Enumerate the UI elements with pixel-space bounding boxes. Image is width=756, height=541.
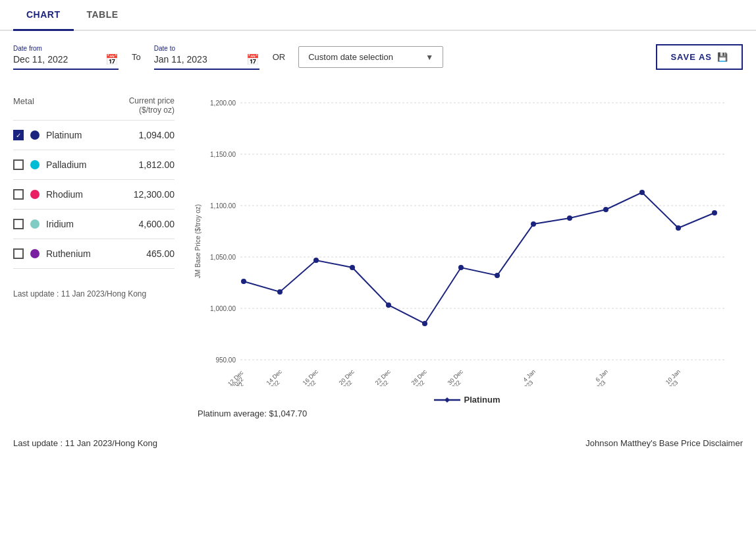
calendar-to-icon[interactable]: 📅 bbox=[246, 53, 259, 66]
dot-13 bbox=[712, 210, 717, 215]
dot-9 bbox=[567, 215, 572, 221]
rhodium-name: Rhodium bbox=[46, 189, 122, 200]
col-price-header: Current price($/troy oz) bbox=[129, 96, 175, 115]
dot-8 bbox=[531, 221, 536, 227]
ruthenium-price: 465.00 bbox=[128, 248, 175, 259]
metal-row-iridium: Iridium 4,600.00 bbox=[13, 210, 175, 239]
disclaimer-text: Johnson Matthey's Base Price Disclaimer bbox=[585, 438, 743, 448]
metal-row-platinum: Platinum 1,094.00 bbox=[13, 121, 175, 150]
or-separator: OR bbox=[270, 52, 288, 62]
main-content: Metal Current price($/troy oz) Platinum … bbox=[0, 76, 756, 432]
dot-11 bbox=[639, 190, 645, 195]
date-from-field: Date from Dec 11, 2022 📅 bbox=[13, 45, 119, 70]
tab-table[interactable]: TABLE bbox=[74, 0, 132, 31]
save-as-label: SAVE AS bbox=[670, 52, 712, 62]
dropdown-arrow-icon: ▼ bbox=[425, 53, 433, 62]
price-chart: JM Base Price ($/troy oz) 1,200.00 1,150… bbox=[191, 90, 731, 386]
footer: Last update : 11 Jan 2023/Hong Kong John… bbox=[0, 432, 756, 455]
date-from-label: Date from bbox=[13, 45, 119, 52]
palladium-dot bbox=[30, 160, 40, 169]
platinum-line bbox=[244, 192, 715, 324]
dot-5 bbox=[422, 321, 427, 326]
to-separator: To bbox=[129, 52, 144, 62]
dot-3 bbox=[350, 265, 355, 270]
save-icon: 💾 bbox=[717, 52, 728, 62]
dot-2 bbox=[313, 258, 319, 263]
dot-6 bbox=[458, 265, 464, 270]
disclaimer-link[interactable]: Base Price Disclaimer bbox=[659, 438, 743, 448]
ylabel-1000: 1,000.00 bbox=[210, 305, 236, 312]
dot-4 bbox=[386, 302, 391, 308]
ylabel-1200: 1,200.00 bbox=[210, 100, 236, 107]
col-metal-header: Metal bbox=[13, 96, 34, 115]
ruthenium-dot bbox=[30, 249, 40, 258]
date-to-value[interactable]: Jan 11, 2023 bbox=[154, 54, 207, 65]
svg-marker-12 bbox=[445, 397, 450, 403]
palladium-name: Palladium bbox=[46, 159, 122, 170]
iridium-checkbox[interactable] bbox=[13, 219, 24, 229]
calendar-from-icon[interactable]: 📅 bbox=[105, 53, 119, 66]
last-update-text: Last update : 11 Jan 2023/Hong Kong bbox=[13, 289, 146, 299]
date-from-value[interactable]: Dec 11, 2022 bbox=[13, 54, 68, 65]
ylabel-950: 950.00 bbox=[215, 356, 236, 364]
rhodium-price: 12,300.00 bbox=[128, 189, 175, 200]
metal-row-ruthenium: Ruthenium 465.00 bbox=[13, 239, 175, 269]
chart-legend: Platinum bbox=[191, 395, 743, 405]
platinum-checkbox[interactable] bbox=[13, 130, 24, 140]
platinum-price: 1,094.00 bbox=[128, 130, 175, 140]
platinum-name: Platinum bbox=[46, 130, 122, 140]
iridium-name: Iridium bbox=[46, 219, 122, 229]
custom-date-label: Custom date selection bbox=[308, 52, 393, 62]
average-text: Platinum average: $1,047.70 bbox=[191, 409, 743, 418]
legend-line-icon bbox=[434, 396, 460, 404]
platinum-dot bbox=[30, 130, 40, 140]
chart-container: JM Base Price ($/troy oz) 1,200.00 1,150… bbox=[188, 83, 756, 425]
save-as-button[interactable]: SAVE AS 💾 bbox=[656, 44, 743, 70]
date-to-label: Date to bbox=[154, 45, 259, 52]
ruthenium-checkbox[interactable] bbox=[13, 248, 24, 259]
ruthenium-name: Ruthenium bbox=[46, 248, 122, 259]
rhodium-checkbox[interactable] bbox=[13, 189, 24, 200]
dot-7 bbox=[495, 273, 500, 278]
dot-12 bbox=[676, 225, 681, 231]
metal-row-rhodium: Rhodium 12,300.00 bbox=[13, 180, 175, 210]
ylabel-1050: 1,050.00 bbox=[210, 254, 236, 261]
dot-1 bbox=[277, 289, 283, 295]
palladium-price: 1,812.00 bbox=[128, 159, 175, 170]
metals-panel: Metal Current price($/troy oz) Platinum … bbox=[0, 83, 188, 425]
metals-table-header: Metal Current price($/troy oz) bbox=[13, 90, 175, 121]
metal-row-palladium: Palladium 1,812.00 bbox=[13, 150, 175, 180]
tab-chart[interactable]: CHART bbox=[13, 0, 74, 31]
y-axis-label: JM Base Price ($/troy oz) bbox=[194, 204, 202, 278]
rhodium-dot bbox=[30, 190, 40, 199]
date-to-field: Date to Jan 11, 2023 📅 bbox=[154, 45, 259, 70]
dot-10 bbox=[603, 207, 608, 212]
ylabel-1100: 1,100.00 bbox=[210, 202, 236, 210]
controls-bar: Date from Dec 11, 2022 📅 To Date to Jan … bbox=[0, 31, 756, 76]
tabs-container: CHART TABLE bbox=[0, 0, 756, 31]
ylabel-1150: 1,150.00 bbox=[210, 151, 236, 158]
iridium-price: 4,600.00 bbox=[128, 219, 175, 229]
legend-platinum-label: Platinum bbox=[464, 395, 500, 405]
legend-platinum: Platinum bbox=[434, 395, 500, 405]
last-update-footer: Last update : 11 Jan 2023/Hong Kong bbox=[13, 438, 157, 448]
iridium-dot bbox=[30, 219, 40, 229]
dot-0 bbox=[241, 279, 246, 284]
palladium-checkbox[interactable] bbox=[13, 159, 24, 170]
custom-date-dropdown[interactable]: Custom date selection ▼ bbox=[298, 46, 443, 68]
